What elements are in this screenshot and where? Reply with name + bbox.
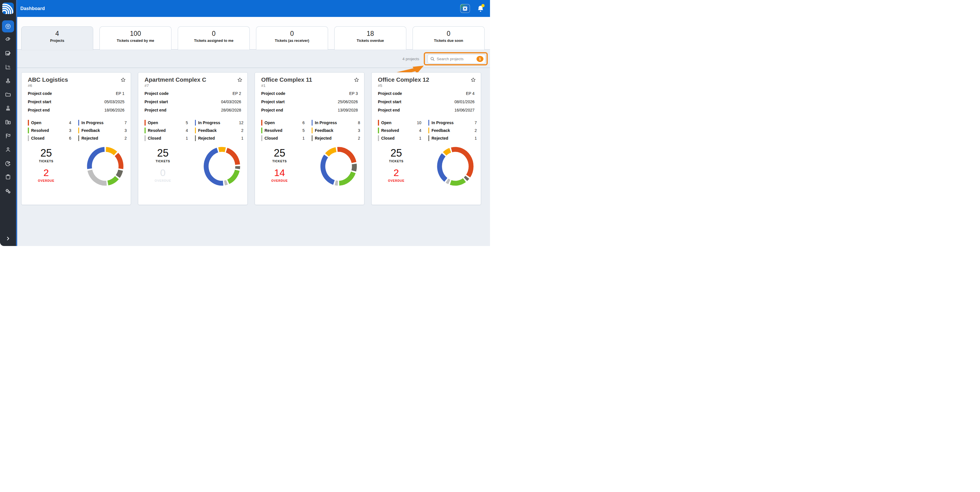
project-end-value: 13/09/2028 — [338, 108, 358, 112]
folder-icon — [5, 91, 11, 98]
stat-tab-value: 0 — [178, 30, 250, 38]
stat-tab-tickets-as-receiver-[interactable]: 0 Tickets (as receiver) — [256, 26, 328, 49]
overdue-block: 0 OVERDUE — [146, 167, 180, 182]
stat-tab-label: Tickets assigned to me — [178, 39, 250, 43]
legend-color-bar — [312, 135, 313, 141]
legend-color-bar — [78, 120, 80, 126]
sidebar-item-buildings[interactable] — [0, 116, 16, 129]
legend-row-closed: Closed1 — [145, 134, 195, 142]
legend-count: 1 — [419, 136, 422, 140]
legend-count: 7 — [124, 120, 127, 125]
sidebar-item-person-location[interactable] — [0, 75, 16, 87]
notifications-button[interactable] — [477, 5, 484, 12]
project-start-label: Project start — [378, 99, 401, 104]
sidebar-item-chart[interactable] — [0, 61, 16, 73]
legend-color-bar — [378, 120, 379, 126]
search-icon — [430, 57, 435, 61]
project-end-value: 18/06/2026 — [104, 108, 124, 112]
favorite-star-button[interactable] — [121, 77, 126, 84]
legend-color-bar — [428, 127, 430, 133]
sidebar-item-settings-gears[interactable] — [0, 185, 16, 197]
stat-tab-label: Tickets created by me — [100, 39, 171, 43]
legend-row-rejected: Rejected1 — [195, 134, 245, 142]
legend-count: 8 — [358, 120, 360, 125]
stat-tab-tickets-created-by-me[interactable]: 100 Tickets created by me — [100, 26, 172, 49]
project-id: #7 — [145, 83, 149, 88]
sidebar-expand-button[interactable] — [0, 233, 16, 244]
legend-label: In Progress — [315, 120, 337, 125]
legend-color-bar — [378, 127, 379, 133]
legend-color-bar — [28, 127, 29, 133]
sidebar-item-folder[interactable] — [0, 88, 16, 101]
project-end-row: Project end 16/06/2027 — [378, 106, 474, 114]
tickets-total-label: TICKETS — [262, 159, 297, 163]
legend-row-closed: Closed1 — [261, 134, 312, 142]
sidebar-item-clipboard[interactable] — [0, 170, 16, 183]
sidebar-item-dashboard[interactable] — [0, 20, 16, 33]
project-card[interactable]: Office Complex 12 #5 Project code EP 4 P… — [371, 72, 481, 205]
project-start-value: 25/06/2026 — [338, 99, 358, 104]
favorite-star-button[interactable] — [237, 77, 243, 84]
project-card[interactable]: ABC Logistics #6 Project code EP 1 Proje… — [21, 72, 131, 205]
page-title: Dashboard — [21, 6, 45, 11]
project-code-row: Project code EP 3 — [261, 89, 358, 97]
legend-label: In Progress — [198, 120, 220, 125]
legend-count: 6 — [69, 136, 72, 140]
ticket-status-donut-chart — [84, 145, 127, 189]
project-card[interactable]: Office Complex 11 #1 Project code EP 3 P… — [255, 72, 364, 205]
overdue-label: OVERDUE — [146, 179, 180, 182]
donut-segment-rejected — [466, 177, 467, 179]
project-name: Office Complex 12 — [378, 76, 466, 83]
legend-row-feedback: Feedback3 — [312, 126, 362, 134]
stat-tab-tickets-overdue[interactable]: 18 Tickets overdue — [334, 26, 406, 49]
status-legend: Open5Resolved4Closed1 In Progress12Feedb… — [145, 119, 245, 142]
dashboard-icon — [5, 23, 11, 30]
legend-color-bar — [28, 120, 29, 126]
donut-segment-open — [116, 154, 121, 169]
legend-row-in_progress: In Progress7 — [78, 119, 129, 126]
legend-color-bar — [195, 135, 196, 141]
legend-color-bar — [145, 127, 146, 133]
donut-segment-feedback — [445, 150, 450, 154]
ticket-status-donut-chart — [434, 145, 477, 189]
sidebar-item-sign-document[interactable] — [0, 47, 16, 60]
overdue-block: 14 OVERDUE — [262, 167, 297, 182]
apps-launcher-button[interactable] — [460, 4, 470, 13]
legend-color-bar — [145, 135, 146, 141]
legend-label: Feedback — [198, 128, 217, 133]
sidebar-item-pie-chart[interactable] — [0, 157, 16, 170]
legend-count: 2 — [241, 128, 243, 133]
sidebar-item-stamp[interactable] — [0, 102, 16, 115]
sidebar-item-tags[interactable] — [0, 33, 16, 46]
overdue-label: OVERDUE — [379, 179, 414, 182]
ticket-status-donut-chart — [200, 145, 243, 189]
settings-gears-icon — [5, 188, 11, 194]
stamp-icon — [5, 105, 11, 111]
stat-tab-value: 100 — [100, 30, 171, 38]
tickets-total-value: 25 — [146, 147, 180, 159]
stat-tab-tickets-due-soon[interactable]: 0 Tickets due soon — [413, 26, 485, 49]
legend-row-in_progress: In Progress7 — [428, 119, 479, 126]
sidebar-item-flag[interactable] — [0, 130, 16, 142]
sidebar-item-user[interactable] — [0, 143, 16, 156]
project-start-value: 04/03/2026 — [221, 99, 241, 104]
legend-column-2: In Progress8Feedback3Rejected2 — [312, 119, 362, 142]
project-code-value: EP 3 — [349, 91, 358, 96]
chart-icon — [5, 64, 11, 70]
search-projects-input[interactable] — [437, 57, 469, 61]
legend-count: 1 — [186, 136, 188, 140]
stat-tab-tickets-assigned-to-me[interactable]: 0 Tickets assigned to me — [178, 26, 250, 49]
favorite-star-button[interactable] — [354, 77, 359, 84]
legend-color-bar — [261, 120, 262, 126]
legend-color-bar — [78, 127, 80, 133]
project-card[interactable]: Apartment Complex C #7 Project code EP 2… — [138, 72, 248, 205]
ticket-totals: 25 TICKETS 0 OVERDUE — [146, 147, 180, 182]
favorite-star-button[interactable] — [471, 77, 476, 84]
stat-tab-projects[interactable]: 4 Projects — [21, 26, 93, 50]
legend-count: 4 — [186, 128, 188, 133]
tickets-total-value: 25 — [262, 147, 297, 159]
legend-count: 5 — [186, 120, 188, 125]
legend-count: 4 — [69, 120, 72, 125]
legend-count: 7 — [474, 120, 477, 125]
notification-dot-badge — [481, 4, 485, 7]
